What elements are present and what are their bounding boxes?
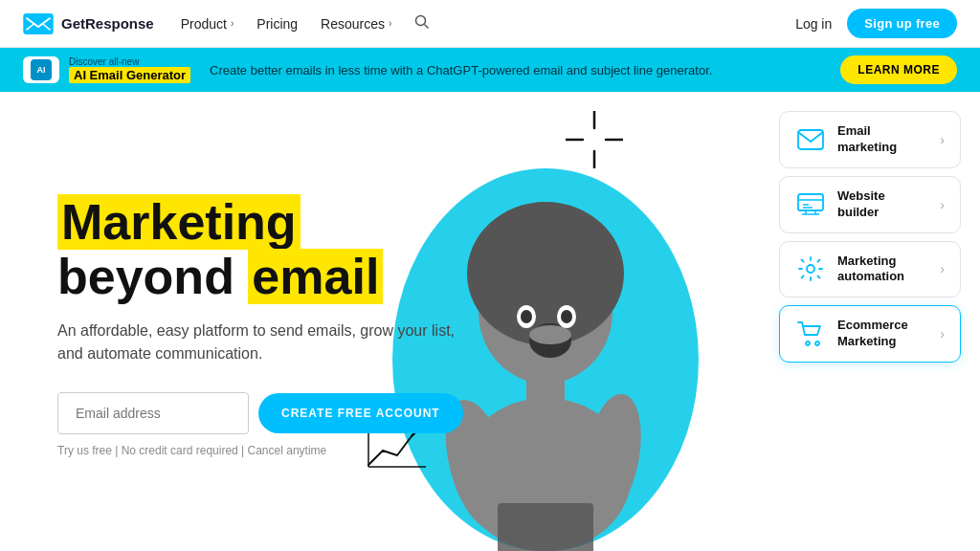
nav-link-product[interactable]: Product › [181, 16, 234, 32]
email-marketing-label: Emailmarketing [837, 123, 897, 156]
svg-point-35 [806, 342, 810, 345]
logo[interactable]: GetResponse [23, 13, 154, 34]
banner-label: Discover all-new AI Email Generator [69, 56, 190, 83]
chevron-down-icon-2: › [389, 18, 391, 29]
headline-plain: beyond [57, 249, 234, 304]
svg-rect-26 [798, 130, 823, 149]
chevron-right-icon-3: › [940, 261, 945, 276]
logo-text: GetResponse [61, 15, 154, 32]
svg-rect-15 [526, 369, 565, 408]
hero-headline: Marketing beyond email [57, 195, 463, 304]
cart-icon [795, 319, 826, 349]
feature-cards: Emailmarketing › Websitebuilder › [779, 111, 961, 363]
navigation: GetResponse Product › Pricing Resources … [0, 0, 980, 48]
headline-highlight-1: Marketing [57, 194, 301, 250]
feature-card-marketing-automation[interactable]: Marketingautomation › [779, 241, 961, 298]
main-content: Marketing beyond email An affordable, ea… [0, 92, 980, 551]
feature-card-website-builder[interactable]: Websitebuilder › [779, 176, 961, 233]
email-input[interactable] [57, 392, 249, 434]
svg-point-25 [561, 310, 572, 323]
chevron-right-icon: › [940, 132, 945, 147]
banner-description: Create better emails in less time with a… [210, 63, 821, 77]
hero-content: Marketing beyond email An affordable, ea… [0, 92, 501, 551]
svg-point-34 [807, 265, 814, 273]
feature-card-ecommerce[interactable]: EcommerceMarketing › [779, 305, 961, 363]
ai-icon: AI [31, 59, 52, 80]
signup-button[interactable]: Sign up free [847, 9, 957, 38]
banner-left: AI Discover all-new AI Email Generator [23, 56, 190, 83]
create-account-button[interactable]: CREATE FREE ACCOUNT [258, 393, 463, 433]
svg-point-3 [416, 15, 426, 25]
ai-badge: AI [23, 56, 59, 83]
nav-link-pricing[interactable]: Pricing [256, 16, 298, 32]
search-button[interactable] [414, 14, 430, 33]
chevron-right-icon-2: › [940, 197, 945, 212]
fine-print-text: Try us free | No credit card required | … [57, 444, 463, 457]
svg-rect-18 [498, 503, 593, 551]
chevron-down-icon: › [231, 18, 234, 29]
cta-row: CREATE FREE ACCOUNT [57, 392, 463, 434]
website-builder-label: Websitebuilder [837, 188, 885, 221]
login-button[interactable]: Log in [795, 16, 832, 32]
hero-subtext: An affordable, easy platform to send ema… [57, 320, 459, 365]
nav-right: Log in Sign up free [795, 9, 957, 38]
svg-point-21 [529, 325, 571, 344]
svg-point-23 [521, 310, 532, 323]
svg-point-36 [815, 342, 819, 345]
logo-icon [23, 13, 54, 34]
banner-product-name: AI Email Generator [69, 67, 190, 83]
monitor-icon [795, 189, 826, 220]
feature-card-email-marketing[interactable]: Emailmarketing › [779, 111, 961, 168]
search-icon [414, 14, 430, 30]
svg-line-4 [425, 24, 429, 28]
headline-highlight-2: email [248, 249, 383, 304]
svg-rect-0 [23, 13, 53, 34]
learn-more-button[interactable]: LEARN MORE [840, 55, 957, 84]
nav-left: GetResponse Product › Pricing Resources … [23, 13, 430, 34]
banner-discover-text: Discover all-new [69, 56, 190, 67]
gear-icon [795, 253, 826, 284]
marketing-automation-label: Marketingautomation [837, 253, 904, 286]
envelope-icon [795, 124, 826, 155]
sparkle-icon [566, 111, 623, 168]
chevron-right-icon-4: › [940, 326, 945, 342]
nav-link-resources[interactable]: Resources › [321, 16, 391, 32]
promo-banner: AI Discover all-new AI Email Generator C… [0, 48, 980, 92]
nav-links: Product › Pricing Resources › [181, 14, 431, 33]
ecommerce-label: EcommerceMarketing [837, 318, 908, 350]
